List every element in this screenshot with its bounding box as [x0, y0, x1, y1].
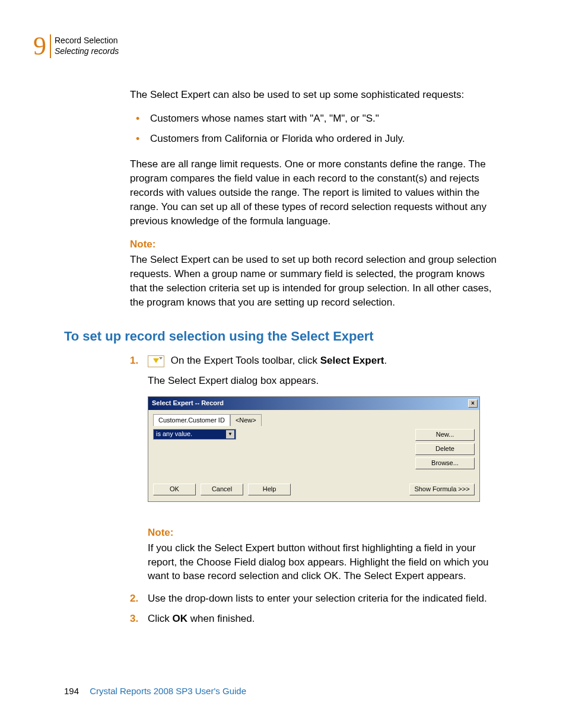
step-3-pre: Click [148, 613, 173, 624]
content-area: The Select Expert can also be used to se… [130, 88, 498, 319]
ok-button[interactable]: OK [153, 484, 196, 495]
header-divider [50, 34, 51, 58]
dialog-left: is any value. ▼ [153, 429, 409, 469]
show-formula-button[interactable]: Show Formula >>> [409, 484, 475, 495]
tab-customer-id[interactable]: Customer.Customer ID [153, 414, 230, 426]
range-paragraph: These are all range limit requests. One … [130, 157, 498, 228]
step-3-post: when finished. [187, 613, 255, 624]
cancel-button[interactable]: Cancel [201, 484, 243, 495]
help-button[interactable]: Help [248, 484, 291, 495]
step-2: 2. Use the drop-down lists to enter your… [130, 592, 498, 606]
note-text: The Select Expert can be used to set up … [130, 253, 498, 309]
select-expert-dialog: Select Expert -- Record × Customer.Custo… [148, 396, 480, 502]
step-body: On the Expert Tools toolbar, click Selec… [148, 354, 498, 368]
page-footer: 194 Crystal Reports 2008 SP3 User's Guid… [64, 686, 246, 696]
criteria-dropdown[interactable]: is any value. ▼ [153, 429, 236, 440]
section-heading: To set up record selection using the Sel… [64, 329, 374, 344]
step-3: 3. Click OK when finished. [130, 612, 498, 626]
bullet-item: Customers whose names start with "A", "M… [144, 112, 498, 126]
header-title: Record Selection [55, 35, 119, 46]
tab-new[interactable]: <New> [230, 414, 262, 426]
dialog-right-buttons: New... Delete Browse... [415, 429, 475, 469]
step-1-bold: Select Expert [320, 355, 384, 366]
note-2-block: Note: If you click the Select Expert but… [148, 526, 498, 583]
header-text-block: Record Selection Selecting records [55, 33, 119, 56]
note-label: Note: [130, 237, 498, 252]
intro-paragraph: The Select Expert can also be used to se… [130, 88, 498, 102]
step-number: 2. [130, 592, 148, 606]
dialog-title: Select Expert -- Record [152, 399, 224, 408]
dialog-bottom-buttons: OK Cancel Help Show Formula >>> [153, 484, 475, 495]
browse-button[interactable]: Browse... [415, 457, 475, 469]
step-number: 1. [130, 354, 148, 368]
step-number: 3. [130, 612, 148, 626]
dialog-tabs: Customer.Customer ID <New> [153, 414, 475, 425]
dropdown-value: is any value. [156, 430, 192, 438]
step-3-bold: OK [173, 613, 188, 624]
page-number: 194 [64, 686, 79, 696]
chevron-down-icon: ▼ [226, 430, 234, 438]
chapter-number: 9 [33, 33, 46, 59]
dialog-titlebar: Select Expert -- Record × [148, 397, 479, 410]
button-group-left: OK Cancel Help [153, 484, 291, 495]
note-2-text: If you click the Select Expert button wi… [148, 541, 498, 583]
note-label: Note: [148, 526, 498, 540]
header-subtitle: Selecting records [55, 46, 119, 56]
steps-area: 1. On the Expert Tools toolbar, click Se… [130, 354, 498, 632]
step-1-text-post: . [384, 355, 387, 366]
funnel-icon [153, 358, 159, 363]
dropdown-arrow-icon [159, 357, 163, 360]
footer-text: Crystal Reports 2008 SP3 User's Guide [90, 686, 246, 696]
bullet-list: Customers whose names start with "A", "M… [130, 112, 498, 146]
bullet-item: Customers from California or Florida who… [144, 132, 498, 146]
step-1: 1. On the Expert Tools toolbar, click Se… [130, 354, 498, 368]
dialog-main: is any value. ▼ New... Delete Browse... [153, 429, 475, 469]
step-2-text: Use the drop-down lists to enter your se… [148, 592, 498, 606]
select-expert-icon [148, 355, 164, 367]
close-button[interactable]: × [468, 399, 478, 408]
step-body: Click OK when finished. [148, 612, 498, 626]
dialog-body: Customer.Customer ID <New> is any value.… [148, 410, 479, 501]
page-header: 9 Record Selection Selecting records [33, 33, 119, 59]
step-1-text-pre: On the Expert Tools toolbar, click [171, 355, 320, 366]
new-button[interactable]: New... [415, 429, 475, 441]
step-1-sub: The Select Expert dialog box appears. [148, 374, 498, 388]
delete-button[interactable]: Delete [415, 443, 475, 455]
